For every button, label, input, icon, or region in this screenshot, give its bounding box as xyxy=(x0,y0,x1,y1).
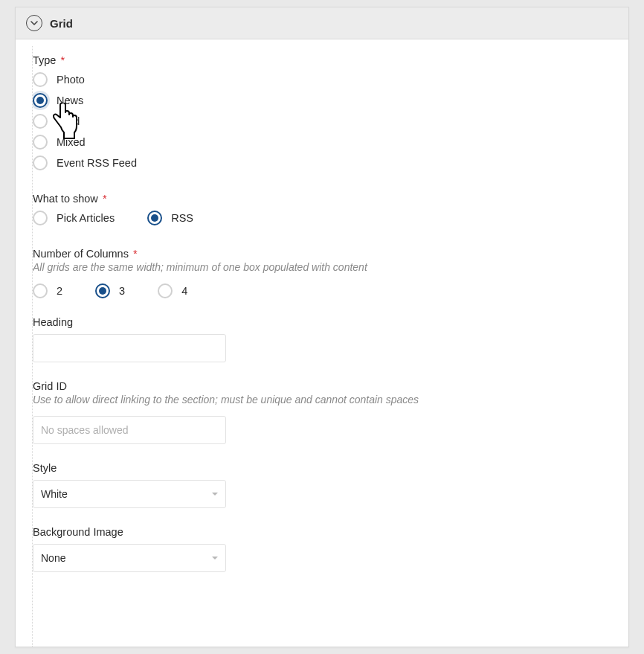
radio-wts-rss[interactable]: RSS xyxy=(147,211,193,225)
radio-type-card[interactable]: Card xyxy=(33,114,612,129)
radio-icon xyxy=(95,283,110,298)
caret-down-icon xyxy=(212,557,218,560)
radio-icon xyxy=(33,135,48,150)
radio-type-event-rss[interactable]: Event RSS Feed xyxy=(33,156,612,170)
radio-col-3[interactable]: 3 xyxy=(95,283,125,298)
radio-col-2[interactable]: 2 xyxy=(33,283,62,298)
label-type: Type * xyxy=(33,54,612,66)
radio-label: Photo xyxy=(57,74,85,86)
what-to-show-options: Pick Articles RSS xyxy=(33,211,612,225)
panel-title: Grid xyxy=(50,17,73,30)
label-heading: Heading xyxy=(33,316,612,328)
radio-icon xyxy=(33,72,48,87)
radio-icon xyxy=(33,211,48,225)
radio-type-news[interactable]: News xyxy=(33,93,612,108)
radio-type-photo[interactable]: Photo xyxy=(33,72,612,87)
label-type-text: Type xyxy=(33,54,56,66)
label-columns-text: Number of Columns xyxy=(33,248,129,260)
label-what-to-show-text: What to show xyxy=(33,193,98,205)
chevron-down-icon xyxy=(30,19,38,27)
radio-label: Mixed xyxy=(57,136,86,148)
select-value: None xyxy=(41,552,65,564)
radio-wts-pick-articles[interactable]: Pick Articles xyxy=(33,211,115,225)
grid-id-input[interactable] xyxy=(33,416,226,444)
label-bg-image: Background Image xyxy=(33,526,612,538)
radio-label: RSS xyxy=(171,212,193,224)
field-type: Type * Photo News Card xyxy=(33,54,612,170)
radio-label: 4 xyxy=(181,285,187,297)
radio-icon xyxy=(33,156,48,170)
required-marker: * xyxy=(60,54,65,66)
columns-options: 2 3 4 xyxy=(33,283,612,298)
field-bg-image: Background Image None xyxy=(33,526,612,572)
bg-image-select[interactable]: None xyxy=(33,544,226,572)
label-what-to-show: What to show * xyxy=(33,193,612,205)
field-what-to-show: What to show * Pick Articles RSS xyxy=(33,193,612,225)
radio-label: 3 xyxy=(119,285,125,297)
radio-icon xyxy=(33,114,48,129)
panel-header: Grid xyxy=(16,7,628,39)
field-style: Style White xyxy=(33,462,612,508)
heading-input[interactable] xyxy=(33,334,226,362)
field-grid-id: Grid ID Use to allow direct linking to t… xyxy=(33,380,612,444)
field-heading: Heading xyxy=(33,316,612,362)
hint-grid-id: Use to allow direct linking to the secti… xyxy=(33,394,612,405)
field-columns: Number of Columns * All grids are the sa… xyxy=(33,248,612,298)
hint-columns: All grids are the same width; minimum of… xyxy=(33,261,612,273)
style-select[interactable]: White xyxy=(33,480,226,508)
collapse-toggle[interactable] xyxy=(26,15,42,31)
required-marker: * xyxy=(103,193,107,205)
select-value: White xyxy=(41,488,68,500)
radio-label: Pick Articles xyxy=(57,212,115,224)
radio-label: Event RSS Feed xyxy=(57,157,137,169)
radio-icon xyxy=(147,211,162,225)
label-columns: Number of Columns * xyxy=(33,248,612,260)
radio-label: Card xyxy=(57,115,80,127)
label-style: Style xyxy=(33,462,612,474)
required-marker: * xyxy=(133,248,138,260)
radio-label: 2 xyxy=(57,285,62,297)
label-grid-id: Grid ID xyxy=(33,380,612,392)
radio-icon xyxy=(33,93,48,108)
radio-icon xyxy=(33,283,48,298)
grid-panel: Grid Type * Photo News xyxy=(15,7,629,647)
caret-down-icon xyxy=(212,493,218,496)
type-options: Photo News Card Mixed xyxy=(33,72,612,170)
radio-label: News xyxy=(57,94,83,106)
radio-icon xyxy=(158,283,173,298)
radio-col-4[interactable]: 4 xyxy=(158,283,187,298)
radio-type-mixed[interactable]: Mixed xyxy=(33,135,612,150)
